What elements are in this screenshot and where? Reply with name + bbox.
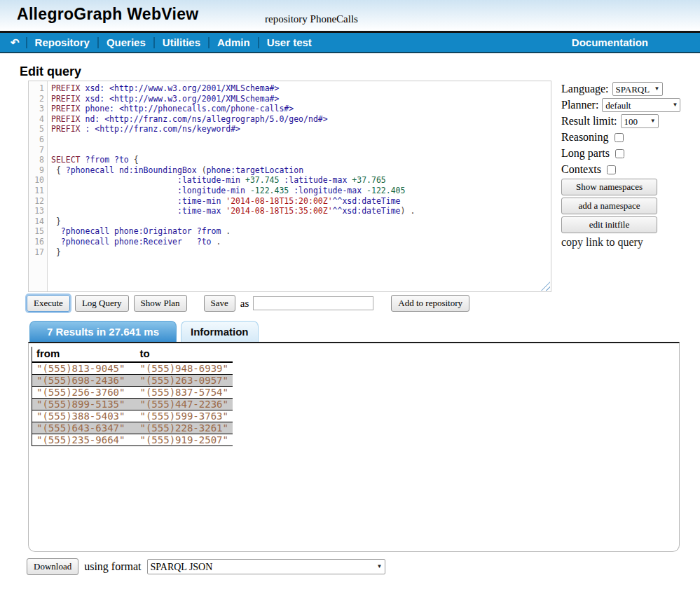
add-a-namespace-button[interactable]: add a namespace (561, 198, 657, 214)
nav-item-admin[interactable]: Admin (210, 36, 258, 48)
code-line[interactable]: PREFIX phone: <http://phonecalls.com/pho… (51, 104, 551, 114)
line-number: 4 (29, 114, 44, 125)
add-to-repository-button[interactable]: Add to repository (391, 295, 469, 312)
code-line[interactable]: { ?phonecall nd:inBoundingBox (phone:tar… (51, 165, 551, 176)
query-toolbar: Execute Log Query Show Plan Save as Add … (27, 295, 474, 312)
code-line[interactable]: :latitude-min +37.745 :latitude-max +37.… (51, 175, 551, 186)
line-number: 1 (29, 83, 44, 94)
line-number: 12 (29, 196, 44, 207)
table-row: "(555)698-2436""(555)263-0957" (32, 375, 233, 387)
contexts-label: Contexts (561, 163, 601, 176)
column-header-from: from (32, 347, 136, 362)
navbar: ↶ RepositoryQueriesUtilitiesAdminUser te… (0, 31, 700, 53)
download-button[interactable]: Download (27, 558, 78, 575)
tab-results[interactable]: 7 Results in 27.641 ms (29, 321, 177, 342)
planner-label: Planner: (561, 99, 598, 111)
code-line[interactable]: :time-min '2014-08-18T15:20:00Z'^^xsd:da… (51, 196, 551, 207)
editor-code[interactable]: PREFIX xsd: <http://www.w3.org/2001/XMLS… (48, 81, 551, 291)
language-select[interactable]: SPARQL (612, 82, 663, 96)
long-parts-checkbox[interactable] (615, 149, 624, 158)
result-cell: "(555)235-9664" (32, 434, 136, 446)
copy-link-to-query[interactable]: copy link to query (561, 236, 682, 249)
tab-information[interactable]: Information (181, 321, 259, 342)
code-line[interactable]: PREFIX : <http://franz.com/ns/keyword#> (51, 124, 551, 134)
code-line[interactable] (51, 145, 551, 156)
line-number: 14 (29, 216, 44, 227)
download-format-select[interactable]: SPARQL JSON (147, 559, 385, 574)
planner-select[interactable]: default (602, 98, 680, 112)
result-cell: "(555)447-2236" (136, 399, 233, 410)
line-number: 10 (29, 175, 44, 186)
contexts-checkbox[interactable] (607, 165, 616, 174)
code-line[interactable]: PREFIX xsd: <http://www.w3.org/2001/XMLS… (51, 94, 551, 104)
result-cell: "(555)256-3760" (32, 387, 136, 399)
results-table: from to "(555)813-9045""(555)948-6939""(… (32, 347, 233, 446)
as-label: as (240, 298, 249, 310)
result-limit-select[interactable]: 100 (621, 114, 659, 128)
log-query-button[interactable]: Log Query (75, 295, 129, 312)
result-cell: "(555)388-5403" (32, 410, 136, 422)
code-line[interactable]: PREFIX nd: <http://franz.com/ns/allegrog… (51, 114, 551, 125)
navbar-items: RepositoryQueriesUtilitiesAdminUser test (26, 36, 320, 48)
table-row: "(555)813-9045""(555)948-6939" (32, 362, 233, 375)
code-line[interactable]: } (51, 247, 551, 258)
show-plan-button[interactable]: Show Plan (134, 295, 187, 312)
page-title: Edit query (20, 64, 700, 79)
nav-item-utilities[interactable]: Utilities (155, 36, 208, 48)
result-cell: "(555)919-2507" (136, 434, 233, 446)
nav-item-repository[interactable]: Repository (27, 36, 97, 48)
line-number: 3 (29, 104, 44, 114)
reasoning-label: Reasoning (561, 131, 609, 144)
line-number: 6 (29, 134, 44, 145)
table-row: "(555)235-9664""(555)919-2507" (32, 434, 233, 446)
line-number: 5 (29, 124, 44, 134)
nav-item-user-test[interactable]: User test (259, 36, 320, 48)
line-number: 17 (29, 247, 44, 258)
show-namespaces-button[interactable]: Show namespaces (561, 179, 657, 195)
query-editor[interactable]: 1234567891011121314151617 PREFIX xsd: <h… (28, 81, 551, 292)
line-number: 13 (29, 206, 44, 216)
result-cell: "(555)599-3763" (136, 410, 233, 422)
language-label: Language: (561, 83, 609, 95)
edit-initfile-button[interactable]: edit initfile (561, 216, 657, 233)
execute-button[interactable]: Execute (27, 295, 70, 312)
line-number: 8 (29, 155, 44, 165)
result-cell: "(555)263-0957" (136, 375, 233, 387)
repository-label: repository PhoneCalls (265, 13, 358, 25)
table-row: "(555)643-6347""(555)228-3261" (32, 422, 233, 434)
results-tabs: 7 Results in 27.641 ms Information (29, 321, 700, 342)
code-line[interactable]: ?phonecall phone:Originator ?from . (51, 226, 551, 237)
results-header-row: from to (32, 347, 233, 362)
code-line[interactable]: ?phonecall phone:Receiver ?to . (51, 237, 551, 247)
editor-line-numbers: 1234567891011121314151617 (29, 81, 48, 291)
column-header-to: to (136, 347, 233, 362)
back-arrow-icon[interactable]: ↶ (4, 36, 26, 49)
line-number: 2 (29, 94, 44, 104)
result-cell: "(555)899-5135" (32, 399, 136, 410)
code-line[interactable]: SELECT ?from ?to { (51, 155, 551, 165)
result-limit-label: Result limit: (561, 115, 617, 127)
app-header: AllegroGraph WebView repository PhoneCal… (0, 0, 700, 31)
code-line[interactable]: PREFIX xsd: <http://www.w3.org/2001/XMLS… (51, 83, 551, 94)
line-number: 9 (29, 165, 44, 176)
results-body: "(555)813-9045""(555)948-6939""(555)698-… (32, 362, 233, 446)
code-line[interactable]: :time-max '2014-08-18T15:35:00Z'^^xsd:da… (51, 206, 551, 216)
table-row: "(555)256-3760""(555)837-5754" (32, 387, 233, 399)
workspace: 1234567891011121314151617 PREFIX xsd: <h… (0, 81, 700, 314)
code-line[interactable] (51, 134, 551, 145)
save-name-input[interactable] (253, 296, 373, 310)
query-options-sidebar: Language: SPARQL▼ Planner: default▼ Resu… (561, 82, 682, 249)
code-line[interactable]: } (51, 216, 551, 227)
results-panel: from to "(555)813-9045""(555)948-6939""(… (28, 342, 680, 552)
sidebar-checkboxes: ReasoningLong partsContexts (561, 130, 682, 177)
long-parts-label: Long parts (561, 147, 610, 160)
line-number: 15 (29, 226, 44, 237)
result-cell: "(555)643-6347" (32, 422, 136, 434)
nav-item-documentation[interactable]: Documentation (572, 36, 648, 48)
reasoning-checkbox[interactable] (615, 133, 624, 142)
result-cell: "(555)837-5754" (136, 387, 233, 399)
using-format-label: using format (84, 560, 141, 573)
nav-item-queries[interactable]: Queries (99, 36, 153, 48)
code-line[interactable]: :longitude-min -122.435 :longitude-max -… (51, 186, 551, 196)
save-button[interactable]: Save (204, 295, 235, 312)
